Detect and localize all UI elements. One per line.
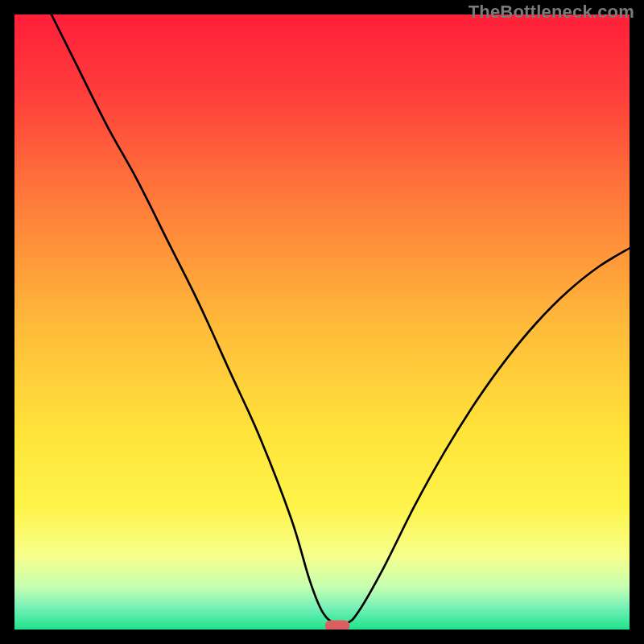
- attribution-watermark: TheBottleneck.com: [469, 2, 634, 23]
- chart-svg: [14, 14, 630, 630]
- minimum-marker: [325, 621, 350, 630]
- plot-area: [14, 14, 630, 630]
- chart-frame: TheBottleneck.com: [0, 0, 644, 644]
